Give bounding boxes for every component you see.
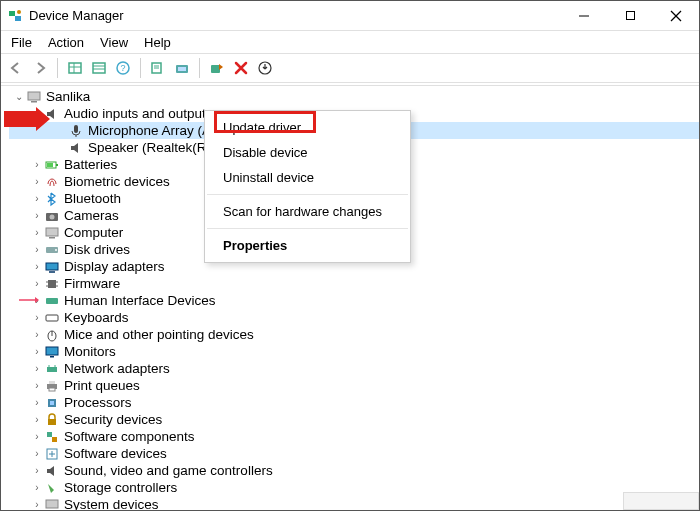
chevron-right-icon[interactable]: › (31, 380, 43, 392)
menu-help[interactable]: Help (136, 33, 179, 52)
tree-processors[interactable]: › Processors (9, 394, 699, 411)
speaker-icon (44, 463, 60, 479)
camera-icon (44, 208, 60, 224)
tree-label: Processors (64, 394, 132, 411)
tree-hid[interactable]: › Human Interface Devices (9, 292, 699, 309)
toolbar-scan-icon[interactable] (171, 57, 193, 79)
menu-action[interactable]: Action (40, 33, 92, 52)
tree-swdev[interactable]: › Software devices (9, 445, 699, 462)
chevron-right-icon[interactable]: › (31, 176, 43, 188)
tree-label: Network adapters (64, 360, 170, 377)
tree-label: Keyboards (64, 309, 129, 326)
minimize-button[interactable] (561, 1, 607, 31)
tree-sound[interactable]: › Sound, video and game controllers (9, 462, 699, 479)
scrollbar-corner[interactable] (623, 492, 699, 510)
tree-storage[interactable]: › Storage controllers (9, 479, 699, 496)
svg-point-27 (50, 214, 55, 219)
menu-file[interactable]: File (3, 33, 40, 52)
chevron-right-icon[interactable]: › (31, 159, 43, 171)
chevron-right-icon[interactable]: › (31, 397, 43, 409)
microphone-icon (68, 123, 84, 139)
chevron-right-icon[interactable]: › (31, 227, 43, 239)
tree-label: Monitors (64, 343, 116, 360)
close-button[interactable] (653, 1, 699, 31)
ctx-scan-hardware[interactable]: Scan for hardware changes (205, 199, 410, 224)
chevron-right-icon[interactable]: › (31, 363, 43, 375)
chevron-right-icon[interactable]: › (31, 210, 43, 222)
window-title: Device Manager (29, 8, 561, 23)
tree-monitors[interactable]: › Monitors (9, 343, 699, 360)
chevron-right-icon[interactable]: › (31, 448, 43, 460)
chevron-right-icon[interactable]: › (31, 329, 43, 341)
ctx-update-driver[interactable]: Update driver (205, 115, 410, 140)
toolbar-delete-icon[interactable] (230, 57, 252, 79)
chevron-right-icon[interactable]: › (31, 431, 43, 443)
software-icon (44, 446, 60, 462)
chevron-right-icon[interactable]: › (31, 346, 43, 358)
ctx-disable-device[interactable]: Disable device (205, 140, 410, 165)
svg-rect-29 (49, 237, 55, 239)
ctx-uninstall-device[interactable]: Uninstall device (205, 165, 410, 190)
tree-root[interactable]: ⌄ Sanlika (9, 88, 699, 105)
menu-view[interactable]: View (92, 33, 136, 52)
toolbar-separator (140, 58, 141, 78)
chevron-right-icon[interactable]: › (31, 312, 43, 324)
tree-label: Sanlika (46, 88, 90, 105)
toolbar-back[interactable] (5, 57, 27, 79)
svg-rect-21 (31, 101, 37, 103)
svg-rect-20 (28, 92, 40, 100)
context-separator (207, 228, 408, 229)
toolbar-update-icon[interactable] (206, 57, 228, 79)
chevron-right-icon[interactable]: › (31, 414, 43, 426)
tree-label: System devices (64, 496, 159, 510)
keyboard-icon (44, 310, 60, 326)
toolbar-details-icon[interactable] (147, 57, 169, 79)
svg-rect-24 (56, 164, 58, 166)
app-icon (7, 8, 23, 24)
title-bar: Device Manager (1, 1, 699, 31)
tree-label: Human Interface Devices (64, 292, 216, 309)
toolbar-list-icon[interactable] (88, 57, 110, 79)
tree-system[interactable]: › System devices (9, 496, 699, 510)
ctx-properties[interactable]: Properties (205, 233, 410, 258)
svg-rect-5 (69, 63, 81, 73)
chevron-right-icon[interactable]: › (31, 499, 43, 511)
chevron-right-icon[interactable]: › (31, 295, 43, 307)
tree-firmware[interactable]: › Firmware (9, 275, 699, 292)
tree-mice[interactable]: › Mice and other pointing devices (9, 326, 699, 343)
tree-label: Mice and other pointing devices (64, 326, 254, 343)
tree-label: Bluetooth (64, 190, 121, 207)
tree-label: Storage controllers (64, 479, 177, 496)
computer-icon (44, 225, 60, 241)
fingerprint-icon (44, 174, 60, 190)
tree-label: Sound, video and game controllers (64, 462, 273, 479)
maximize-button[interactable] (607, 1, 653, 31)
chevron-right-icon[interactable]: › (31, 482, 43, 494)
chevron-right-icon[interactable]: › (31, 465, 43, 477)
toolbar-enable-icon[interactable] (254, 57, 276, 79)
svg-rect-45 (46, 347, 58, 355)
chevron-down-icon[interactable]: ⌄ (31, 108, 43, 120)
tree-label: Computer (64, 224, 123, 241)
chevron-down-icon[interactable]: ⌄ (13, 91, 25, 103)
chevron-right-icon[interactable]: › (31, 244, 43, 256)
toolbar-options-icon[interactable] (64, 57, 86, 79)
computer-icon (26, 89, 42, 105)
toolbar-help-icon[interactable]: ? (112, 57, 134, 79)
chevron-right-icon[interactable]: › (31, 261, 43, 273)
mouse-icon (44, 327, 60, 343)
tree-security[interactable]: › Security devices (9, 411, 699, 428)
tree-network[interactable]: › Network adapters (9, 360, 699, 377)
tree-keyboards[interactable]: › Keyboards (9, 309, 699, 326)
svg-rect-47 (47, 367, 57, 372)
storage-icon (44, 480, 60, 496)
printer-icon (44, 378, 60, 394)
tree-printq[interactable]: › Print queues (9, 377, 699, 394)
tree-label: Software components (64, 428, 195, 445)
tree-label: Audio inputs and outputs (64, 105, 213, 122)
toolbar-forward[interactable] (29, 57, 51, 79)
tree-swcomp[interactable]: › Software components (9, 428, 699, 445)
chevron-right-icon[interactable]: › (31, 278, 43, 290)
toolbar-separator (57, 58, 58, 78)
chevron-right-icon[interactable]: › (31, 193, 43, 205)
